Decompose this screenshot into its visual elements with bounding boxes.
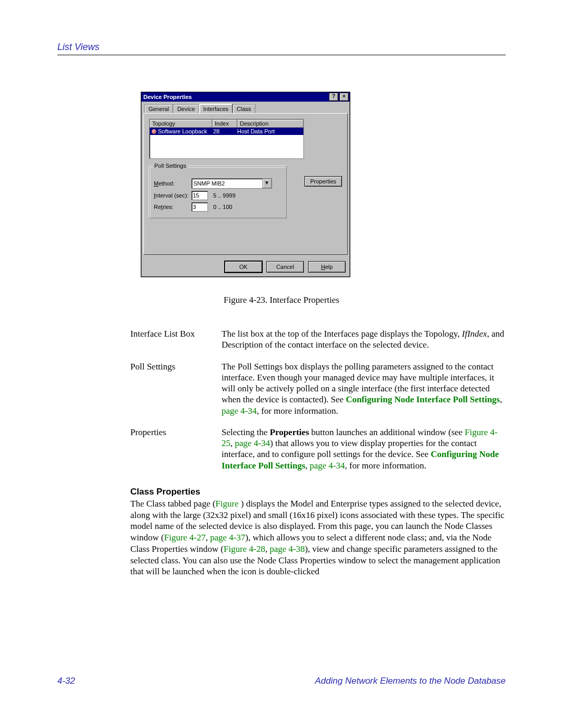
list-item[interactable]: Software Loopback 28 Host Data Port (150, 128, 303, 135)
tab-device[interactable]: Device (173, 104, 199, 114)
link-figure-4-28[interactable]: Figure 4-28 (224, 544, 265, 554)
col-description[interactable]: Description (237, 119, 303, 128)
tab-body: Topology Index Description Software Loop… (143, 113, 348, 255)
poll-settings-group: Poll Settings Method: SNMP MIB2 ▾ Interv… (149, 166, 287, 218)
interface-listbox[interactable]: Topology Index Description Software Loop… (149, 119, 304, 159)
dialog-button-bar: OK Cancel Help (141, 257, 350, 277)
link-page-4-38[interactable]: page 4-38 (270, 544, 305, 554)
properties-button[interactable]: Properties (304, 176, 342, 187)
link-page-4-34-c[interactable]: page 4-34 (310, 461, 345, 471)
retries-range: 0 .. 100 (213, 204, 232, 210)
window-title: Device Properties (143, 94, 328, 100)
chevron-down-icon[interactable]: ▾ (262, 179, 272, 188)
link-figure-blank[interactable]: Figure (215, 499, 241, 509)
row-index: 28 (211, 128, 235, 135)
link-page-4-34-b[interactable]: page 4-34 (235, 438, 271, 448)
header-rule (57, 55, 506, 55)
def-interface-list-box: The list box at the top of the Interface… (222, 328, 506, 351)
class-properties-heading: Class Properties (130, 487, 506, 497)
cancel-button[interactable]: Cancel (266, 261, 304, 273)
ok-button[interactable]: OK (225, 261, 262, 273)
row-description: Host Data Port (235, 128, 303, 135)
help-button[interactable]: Help (308, 261, 346, 273)
close-button[interactable]: × (339, 93, 349, 101)
retries-label: Retries: (154, 204, 191, 210)
method-select[interactable]: SNMP MIB2 ▾ (191, 178, 272, 189)
def-poll-settings: The Poll Settings box displays the polli… (222, 361, 506, 416)
interval-input[interactable] (191, 191, 208, 200)
term-interface-list-box: Interface List Box (130, 328, 222, 351)
device-properties-dialog: Device Properties ? × General Device Int… (141, 92, 350, 277)
running-head: List Views (57, 42, 506, 53)
row-topology: Software Loopback (158, 128, 207, 134)
listbox-header: Topology Index Description (150, 119, 303, 128)
groupbox-legend: Poll Settings (153, 163, 188, 169)
link-page-4-37[interactable]: page 4-37 (210, 533, 246, 542)
link-figure-4-27[interactable]: Figure 4-27 (164, 533, 206, 542)
method-value: SNMP MIB2 (193, 180, 225, 187)
chapter-title: Adding Network Elements to the Node Data… (315, 676, 506, 686)
interval-range: 5 .. 9999 (213, 192, 236, 199)
tab-class[interactable]: Class (232, 104, 255, 114)
page-footer: 4-32 Adding Network Elements to the Node… (57, 676, 506, 686)
interval-label: Interval (sec): (154, 192, 191, 199)
node-icon (152, 129, 156, 134)
col-topology[interactable]: Topology (150, 119, 212, 128)
class-properties-body: The Class tabbed page (Figure ) displays… (130, 498, 506, 577)
link-page-4-34[interactable]: page 4-34 (222, 406, 257, 416)
method-label: Method: (154, 180, 191, 187)
page-number: 4-32 (57, 676, 75, 686)
titlebar[interactable]: Device Properties ? × (141, 92, 350, 102)
context-help-button[interactable]: ? (329, 93, 338, 101)
term-properties: Properties (130, 427, 222, 471)
tab-strip: General Device Interfaces Class (141, 102, 350, 113)
figure-caption: Figure 4-23. Interface Properties (57, 295, 506, 305)
col-index[interactable]: Index (212, 119, 237, 128)
def-properties: Selecting the Properties button launches… (222, 427, 506, 471)
tab-interfaces[interactable]: Interfaces (199, 104, 232, 113)
retries-input[interactable] (191, 202, 208, 212)
tab-general[interactable]: General (144, 104, 173, 114)
term-poll-settings: Poll Settings (130, 361, 222, 416)
link-configuring-poll-settings[interactable]: Configuring Node Interface Poll Settings (346, 394, 500, 404)
